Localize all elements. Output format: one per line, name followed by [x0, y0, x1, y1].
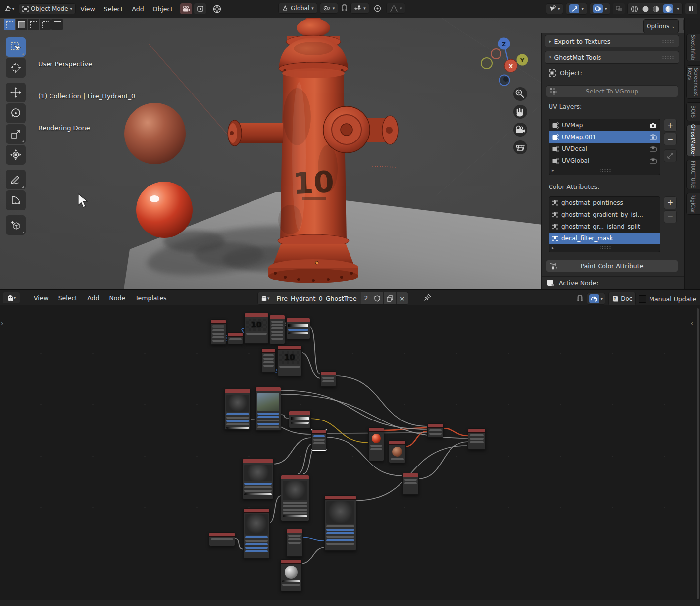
shader-node[interactable] [243, 508, 270, 559]
panel-export-to-textures[interactable]: ▸ Export to Textures [545, 35, 679, 47]
node-tree-browse[interactable]: ▾ [258, 292, 273, 304]
node-editor-type-selector[interactable]: ▾ [3, 292, 20, 303]
list-resize-handle[interactable]: ▸ [549, 167, 660, 174]
camera-view-button[interactable] [513, 123, 527, 137]
editor-type-selector[interactable]: ▾ [3, 3, 15, 14]
zoom-button[interactable] [513, 87, 527, 101]
region-expand-right-arrow[interactable]: ‹ [690, 319, 693, 327]
menu-add[interactable]: Add [127, 5, 148, 13]
menu-object[interactable]: Object [149, 5, 178, 13]
tool-move[interactable] [6, 83, 26, 102]
tool-measure[interactable] [6, 190, 26, 210]
shader-node[interactable] [280, 559, 302, 591]
users-count-badge[interactable]: 2 [361, 292, 371, 304]
tool-select-box[interactable] [6, 37, 26, 57]
node-tree-name[interactable]: Fire_Hydrant_0_GhostTree [273, 295, 361, 302]
manual-update-checkbox[interactable] [639, 295, 646, 303]
proportional-falloff-selector[interactable]: ▾ [386, 3, 406, 14]
select-mode-option-5[interactable] [51, 19, 63, 30]
color-attribute-row[interactable]: ghostmat_gradient_by_isl... [549, 209, 660, 221]
uv-layer-row[interactable]: UVMap [549, 119, 660, 131]
shading-solid-icon[interactable] [642, 5, 649, 13]
color-remove-button[interactable]: − [664, 210, 677, 223]
mode-selector[interactable]: Object Mode ▾ [19, 3, 76, 14]
fake-user-button[interactable] [371, 292, 383, 304]
camera-x-icon[interactable] [650, 134, 657, 140]
uv-add-button[interactable]: + [664, 119, 677, 132]
node-menu-select[interactable]: Select [53, 294, 83, 302]
unlink-button[interactable]: × [396, 292, 408, 304]
node-menu-add[interactable]: Add [82, 294, 104, 302]
shader-node[interactable] [389, 440, 406, 463]
panel-ghostmat-tools[interactable]: ▾ GhostMat Tools [545, 51, 679, 64]
shading-material-icon[interactable] [652, 5, 660, 13]
grid-ortho-button[interactable] [513, 140, 527, 154]
shader-node[interactable] [269, 315, 285, 344]
tool-transform[interactable] [6, 145, 26, 165]
uv-remove-button[interactable]: − [664, 133, 677, 145]
tab-screencast-keys[interactable]: Screencast Keys [686, 65, 700, 99]
shader-node[interactable] [209, 532, 235, 546]
camera-render-icon[interactable] [650, 122, 657, 128]
pan-hand-button[interactable] [513, 105, 527, 119]
tool-add-primitive[interactable] [6, 215, 26, 235]
sphere-glossy[interactable] [136, 182, 193, 238]
region-expand-left-arrow[interactable]: › [1, 319, 4, 327]
shader-node[interactable] [242, 459, 274, 499]
node-snap-magnet-icon[interactable] [576, 295, 584, 303]
show-gizmo-selector[interactable]: ▾ [546, 3, 564, 14]
shader-node[interactable] [227, 332, 244, 344]
menu-select[interactable]: Select [100, 5, 128, 13]
navigate-gizmo-toggle[interactable]: ▾ [566, 3, 587, 15]
shader-node[interactable] [427, 423, 444, 438]
tool-rotate[interactable] [6, 103, 26, 123]
shader-node[interactable] [261, 348, 276, 373]
shading-wireframe-icon[interactable] [631, 5, 638, 13]
node-editor-canvas[interactable]: 1010 › ‹ [0, 305, 700, 606]
display-toggle-button[interactable] [194, 3, 206, 14]
drag-grip-icon[interactable] [662, 55, 675, 59]
film-reel-button[interactable] [211, 3, 223, 14]
shader-node[interactable] [286, 529, 303, 557]
shader-node[interactable] [281, 475, 309, 521]
snap-node-selector[interactable]: ▾ [587, 293, 606, 305]
proportional-editing-toggle[interactable] [372, 3, 384, 14]
shader-node[interactable] [320, 371, 336, 387]
shader-node[interactable] [255, 387, 281, 431]
shading-rendered-icon[interactable] [663, 4, 673, 13]
camera-x-icon[interactable] [650, 158, 657, 164]
color-attribute-row-selected[interactable]: decal_filter_mask [549, 233, 660, 244]
node-canvas-scrollbar[interactable] [697, 308, 699, 599]
select-mode-option-2[interactable] [16, 19, 27, 30]
tool-annotate[interactable] [6, 170, 26, 189]
pause-render-button[interactable] [685, 3, 697, 14]
shader-node[interactable] [402, 473, 419, 495]
pivot-point-selector[interactable]: ▾ [320, 3, 339, 14]
uv-layer-row[interactable]: UVGlobal [549, 155, 660, 167]
color-attribute-row[interactable]: ghostmat_gr..._island_split [549, 221, 660, 233]
node-menu-node[interactable]: Node [104, 294, 130, 302]
transform-orientation-selector[interactable]: Global ▾ [278, 3, 317, 14]
uv-extra-button[interactable] [664, 149, 677, 162]
shader-node[interactable] [311, 429, 327, 450]
snap-target-selector[interactable]: ▾ [350, 3, 369, 14]
shader-node[interactable] [224, 389, 251, 430]
tab-fracture[interactable]: FRACTURE [686, 160, 700, 189]
tab-ghostmatter[interactable]: GhostMatter [686, 125, 700, 156]
tool-scale[interactable] [6, 124, 26, 144]
shader-node[interactable]: 10 [277, 345, 302, 376]
shader-node[interactable] [368, 427, 384, 461]
gizmo-neg-x[interactable] [491, 49, 501, 59]
shader-node[interactable] [324, 495, 356, 551]
uv-layer-row-selected[interactable]: UVMap.001 [549, 131, 660, 143]
tab-rigicar[interactable]: RigiCar [686, 193, 700, 215]
select-mode-option-4[interactable] [40, 19, 51, 30]
doc-button[interactable]: ? Doc [608, 292, 636, 306]
shader-node[interactable]: 10 [244, 313, 269, 344]
pin-button[interactable] [424, 294, 431, 301]
node-menu-view[interactable]: View [29, 294, 53, 302]
camera-x-icon[interactable] [650, 146, 657, 152]
options-dropdown[interactable]: Options ⌄ [643, 19, 679, 33]
uv-layer-row[interactable]: UVDecal [549, 143, 660, 155]
list-resize-handle[interactable]: ▸ [549, 244, 660, 251]
